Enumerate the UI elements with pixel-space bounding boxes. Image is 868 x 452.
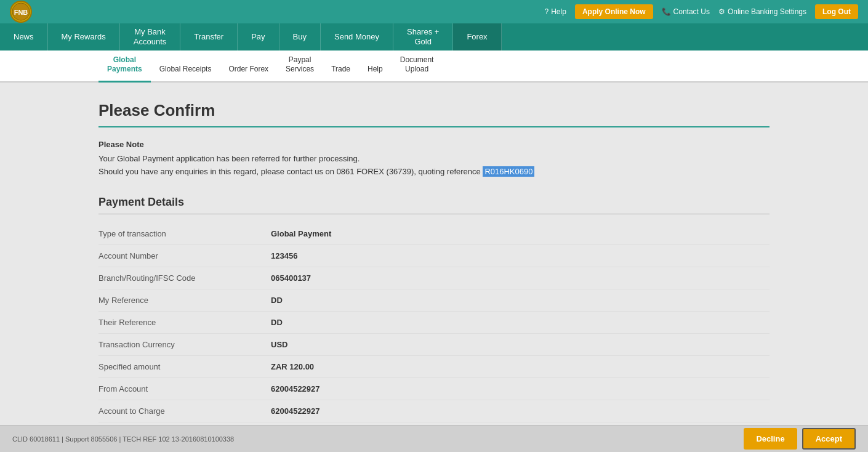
label-my-reference: My Reference	[98, 296, 271, 305]
nav-item-shares-gold[interactable]: Shares +Gold	[393, 23, 453, 50]
main-nav: News My Rewards My BankAccounts Transfer…	[0, 23, 868, 50]
nav-item-forex[interactable]: Forex	[453, 23, 501, 50]
label-account-number: Account Number	[98, 251, 271, 260]
subnav-order-forex[interactable]: Order Forex	[220, 59, 277, 83]
sub-nav: GlobalPayments Global Receipts Order For…	[0, 50, 868, 83]
main-content: Please Confirm Please Note Your Global P…	[0, 83, 868, 452]
footer-buttons: Decline Accept	[744, 428, 856, 450]
question-icon: ?	[545, 7, 549, 16]
note-line1: Your Global Payment application has been…	[98, 153, 770, 166]
footer-text: CLID 60018611 | Support 8055506 | TECH R…	[12, 435, 234, 443]
table-row: Type of transaction Global Payment	[98, 223, 770, 245]
phone-icon: 📞	[662, 7, 671, 16]
logout-button[interactable]: Log Out	[815, 4, 858, 19]
label-from-account: From Account	[98, 384, 271, 393]
note-line2-prefix: Should you have any enquiries in this re…	[98, 167, 483, 176]
subnav-trade[interactable]: Trade	[323, 59, 359, 83]
note-section: Please Note Your Global Payment applicat…	[98, 140, 770, 179]
page-title: Please Confirm	[98, 101, 770, 127]
nav-item-my-rewards[interactable]: My Rewards	[48, 23, 120, 50]
value-branch-routing: 065400137	[271, 273, 311, 283]
nav-item-pay[interactable]: Pay	[238, 23, 279, 50]
nav-item-send-money[interactable]: Send Money	[321, 23, 393, 50]
value-account-number: 123456	[271, 251, 297, 260]
table-row: Account to Charge 62004522927	[98, 400, 770, 422]
logo-area: FNB	[10, 1, 32, 23]
nav-item-my-bank-accounts[interactable]: My BankAccounts	[120, 23, 180, 50]
footer-bar: CLID 60018611 | Support 8055506 | TECH R…	[0, 425, 868, 452]
value-type-of-transaction: Global Payment	[271, 229, 331, 238]
nav-item-buy[interactable]: Buy	[279, 23, 321, 50]
table-row: Branch/Routing/IFSC Code 065400137	[98, 267, 770, 289]
top-right-actions: ? Help Apply Online Now 📞 Contact Us ⚙ O…	[545, 4, 858, 19]
label-type-of-transaction: Type of transaction	[98, 229, 271, 238]
payment-details-heading: Payment Details	[98, 196, 770, 214]
reference-number: R016HK0690	[483, 166, 534, 177]
apply-online-button[interactable]: Apply Online Now	[575, 4, 653, 19]
label-account-to-charge: Account to Charge	[98, 406, 271, 416]
table-row: Their Reference DD	[98, 312, 770, 334]
help-link[interactable]: ? Help	[545, 7, 566, 16]
table-row: Specified amount ZAR 120.00	[98, 356, 770, 378]
subnav-help[interactable]: Help	[359, 59, 392, 83]
label-specified-amount: Specified amount	[98, 362, 271, 371]
value-specified-amount: ZAR 120.00	[271, 362, 314, 371]
subnav-global-payments[interactable]: GlobalPayments	[98, 49, 151, 83]
subnav-document-upload[interactable]: DocumentUpload	[392, 49, 443, 83]
value-account-to-charge: 62004522927	[271, 406, 320, 416]
svg-text:FNB: FNB	[14, 9, 28, 16]
table-row: Transaction Currency USD	[98, 334, 770, 356]
label-branch-routing: Branch/Routing/IFSC Code	[98, 273, 271, 283]
note-heading: Please Note	[98, 140, 770, 149]
table-row: From Account 62004522927	[98, 378, 770, 400]
table-row: Account Number 123456	[98, 245, 770, 267]
label-their-reference: Their Reference	[98, 318, 271, 327]
nav-item-transfer[interactable]: Transfer	[180, 23, 238, 50]
note-line2: Should you have any enquiries in this re…	[98, 166, 770, 179]
fnb-logo: FNB	[10, 1, 32, 23]
accept-button[interactable]: Accept	[802, 428, 856, 450]
table-row: My Reference DD	[98, 289, 770, 312]
decline-button[interactable]: Decline	[744, 428, 797, 450]
subnav-global-receipts[interactable]: Global Receipts	[151, 59, 220, 83]
settings-link[interactable]: ⚙ Online Banking Settings	[718, 7, 806, 16]
label-transaction-currency: Transaction Currency	[98, 340, 271, 349]
value-from-account: 62004522927	[271, 384, 320, 393]
value-their-reference: DD	[271, 318, 283, 327]
top-bar: FNB ? Help Apply Online Now 📞 Contact Us…	[0, 0, 868, 23]
gear-icon: ⚙	[718, 7, 725, 16]
value-transaction-currency: USD	[271, 340, 287, 349]
contact-link[interactable]: 📞 Contact Us	[662, 7, 710, 16]
nav-item-news[interactable]: News	[0, 23, 48, 50]
payment-details-table: Type of transaction Global Payment Accou…	[98, 223, 770, 422]
subnav-paypal-services[interactable]: PaypalServices	[277, 49, 323, 83]
value-my-reference: DD	[271, 296, 283, 305]
